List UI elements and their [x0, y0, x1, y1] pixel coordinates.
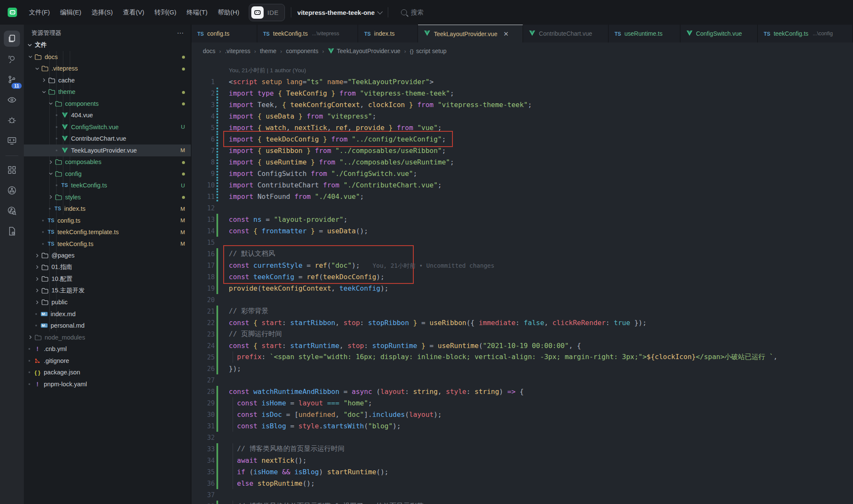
graph-search-icon[interactable]	[4, 203, 20, 219]
line-number[interactable]: 34	[191, 457, 215, 464]
source-control-icon[interactable]: 11	[4, 71, 20, 88]
code-line-15[interactable]: 15	[191, 237, 853, 248]
tab-teekConfig.ts[interactable]: TSteekConfig.ts...\config	[758, 25, 853, 42]
line-number[interactable]: 16	[191, 250, 215, 258]
code-line-10[interactable]: 10import ContributeChart from "./Contrib…	[191, 179, 853, 191]
code-line-25[interactable]: 25 prefix: `<span style="width: 16px; di…	[191, 351, 853, 363]
debug-icon[interactable]	[4, 112, 20, 128]
tree-item-teekConfig.ts[interactable]: TSteekConfig.tsU	[24, 180, 191, 192]
line-number[interactable]: 13	[191, 216, 215, 224]
code-line-31[interactable]: 31 const isBlog = style.startsWith("blog…	[191, 420, 853, 432]
menu-转到[interactable]: 转到(G)	[154, 8, 176, 17]
code-line-17[interactable]: 17const currentStyle = ref("doc");You, 2…	[191, 260, 853, 271]
code-line-24[interactable]: 24const { start: startRuntime, stop: sto…	[191, 340, 853, 351]
files-icon[interactable]	[4, 31, 20, 47]
line-number[interactable]: 21	[191, 308, 215, 315]
code-line-16[interactable]: 16// 默认文档风	[191, 248, 853, 260]
line-number[interactable]: 32	[191, 434, 215, 442]
code-line-14[interactable]: 14const { frontmatter } = useData();	[191, 225, 853, 237]
code-line-1[interactable]: 1<script setup lang="ts" name="TeekLayou…	[191, 76, 853, 88]
code-line-5[interactable]: 5import { watch, nextTick, ref, provide …	[191, 122, 853, 133]
line-number[interactable]: 36	[191, 480, 215, 487]
ide-badge[interactable]: IDE	[249, 4, 285, 21]
tree-item-teekConfig.ts[interactable]: TSteekConfig.tsM	[24, 238, 191, 250]
line-number[interactable]: 9	[191, 170, 215, 178]
tree-item-node_modules[interactable]: node_modules	[24, 331, 191, 343]
code-line-21[interactable]: 21// 彩带背景	[191, 306, 853, 317]
code-line-26[interactable]: 26});	[191, 363, 853, 374]
tree-item-TeekLayoutProvider.vue[interactable]: TeekLayoutProvider.vueM	[24, 144, 191, 156]
code-line-13[interactable]: 13const ns = "layout-provider";	[191, 214, 853, 225]
tab-useRuntime.ts[interactable]: TSuseRuntime.ts	[608, 25, 680, 42]
line-number[interactable]: 35	[191, 468, 215, 476]
files-section-header[interactable]: 文件	[24, 39, 191, 51]
search-icon[interactable]	[4, 51, 20, 67]
tree-item-.cnb.yml[interactable]: !.cnb.yml	[24, 343, 191, 355]
line-number[interactable]: 25	[191, 354, 215, 361]
code-line-3[interactable]: 3import Teek, { teekConfigContext, clock…	[191, 99, 853, 110]
tree-item-ConfigSwitch.vue[interactable]: ConfigSwitch.vueU	[24, 121, 191, 133]
line-number[interactable]: 12	[191, 204, 215, 212]
tree-item-10.[interactable]: 10.配置	[24, 273, 191, 285]
line-number[interactable]: 3	[191, 101, 215, 109]
menu-帮助[interactable]: 帮助(H)	[218, 8, 239, 17]
code-line-9[interactable]: 9import ConfigSwitch from "./ConfigSwitc…	[191, 168, 853, 179]
tree-item-docs[interactable]: docs	[24, 51, 191, 63]
code-line-37[interactable]: 37	[191, 489, 853, 501]
tree-item-theme[interactable]: theme	[24, 86, 191, 98]
code-line-23[interactable]: 23// 页脚运行时间	[191, 328, 853, 340]
line-number[interactable]: 37	[191, 491, 215, 499]
line-number[interactable]: 18	[191, 273, 215, 281]
line-number[interactable]: 22	[191, 319, 215, 327]
line-number[interactable]: 31	[191, 422, 215, 430]
global-search[interactable]: 搜索	[401, 8, 424, 17]
code-line-27[interactable]: 27	[191, 374, 853, 386]
code-line-28[interactable]: 28const watchRuntimeAndRibbon = async (l…	[191, 386, 853, 397]
tab-ConfigSwitch.vue[interactable]: ConfigSwitch.vue	[680, 25, 758, 42]
line-number[interactable]: 23	[191, 331, 215, 338]
tree-item-package.json[interactable]: { }package.json	[24, 367, 191, 379]
project-switcher[interactable]: vitepress-theme-teek-one	[297, 9, 382, 16]
breadcrumb-item-.vitepress[interactable]: .vitepress	[225, 48, 250, 54]
eye-icon[interactable]	[4, 92, 20, 108]
menu-终端[interactable]: 终端(T)	[187, 8, 208, 17]
line-number[interactable]: 30	[191, 411, 215, 419]
line-number[interactable]: 6	[191, 136, 215, 143]
breadcrumb-item-docs[interactable]: docs	[203, 48, 216, 54]
code-line-19[interactable]: 19provide(teekConfigContext, teekConfig)…	[191, 283, 853, 294]
screen-code-icon[interactable]	[4, 133, 20, 149]
tree-item-index.ts[interactable]: TSindex.tsM	[24, 203, 191, 215]
code-line-33[interactable]: 33 // 博客类风格的首页显示运行时间	[191, 443, 853, 455]
sidebar-more-actions[interactable]: ⋯	[177, 29, 184, 37]
menu-查看[interactable]: 查看(V)	[123, 8, 144, 17]
tab-index.ts[interactable]: TSindex.ts	[358, 25, 418, 42]
file-gear-icon[interactable]	[4, 223, 20, 239]
tree-item-config[interactable]: config	[24, 168, 191, 180]
code-line-8[interactable]: 8import { useRuntime } from "../composab…	[191, 156, 853, 168]
code-line-30[interactable]: 30 const isDoc = [undefined, "doc"].incl…	[191, 409, 853, 420]
line-number[interactable]: 2	[191, 90, 215, 97]
code-line-6[interactable]: 6import { teekDocConfig } from "../confi…	[191, 133, 853, 145]
line-number[interactable]: 4	[191, 113, 215, 120]
line-number[interactable]: 8	[191, 159, 215, 166]
tree-item-15.[interactable]: 15.主题开发	[24, 285, 191, 297]
code-line-34[interactable]: 34 await nextTick();	[191, 455, 853, 466]
code-line-11[interactable]: 11import NotFound from "./404.vue";	[191, 191, 853, 202]
breadcrumb-item-script setup[interactable]: {}script setup	[410, 48, 446, 54]
git-blame-annotation[interactable]: You, 21小时前 | 1 author (You)	[218, 67, 306, 74]
line-number[interactable]: 20	[191, 296, 215, 304]
code-line-32[interactable]: 32	[191, 432, 853, 443]
line-number[interactable]: 10	[191, 181, 215, 189]
tree-item-.gitignore[interactable]: .gitignore	[24, 355, 191, 367]
tree-item-.vitepress[interactable]: .vitepress	[24, 63, 191, 75]
tree-item-teekConfig.template.ts[interactable]: TSteekConfig.template.tsM	[24, 227, 191, 238]
tree-item-pnpm-lock.yaml[interactable]: !pnpm-lock.yaml	[24, 378, 191, 390]
extensions-icon[interactable]	[4, 162, 20, 178]
line-number[interactable]: 26	[191, 365, 215, 373]
line-number[interactable]: 7	[191, 147, 215, 155]
breadcrumb-item-components[interactable]: components	[286, 48, 318, 54]
tab-teekConfig.ts[interactable]: TSteekConfig.ts...\vitepress	[257, 25, 358, 42]
tree-item-composables[interactable]: composables	[24, 156, 191, 168]
code-line-18[interactable]: 18const teekConfig = ref(teekDocConfig);	[191, 271, 853, 283]
tree-item-config.ts[interactable]: TSconfig.tsM	[24, 215, 191, 227]
